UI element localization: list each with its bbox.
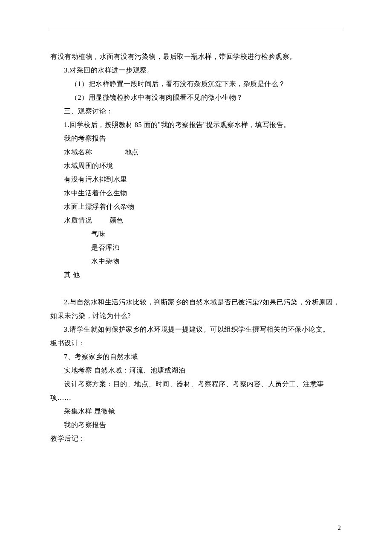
page-number: 2	[338, 524, 341, 532]
paragraph: 其 他	[50, 268, 342, 282]
paragraph: 有没有动植物，水面有没有污染物，最后取一瓶水样，带回学校进行检验观察。	[50, 50, 342, 64]
paragraph: 三、观察讨论：	[50, 104, 342, 118]
document-page: 有没有动植物，水面有没有污染物，最后取一瓶水样，带回学校进行检验观察。 3.对采…	[0, 0, 392, 445]
paragraph: 教学后记：	[50, 432, 342, 445]
document-content: 有没有动植物，水面有没有污染物，最后取一瓶水样，带回学校进行检验观察。 3.对采…	[50, 50, 342, 445]
paragraph: 水域周围的环境	[50, 159, 342, 173]
paragraph: 我的考察报告	[50, 418, 342, 432]
paragraph: 2.与自然水和生活污水比较，判断家乡的自然水域是否已被污染?如果已污染，分析原因…	[50, 295, 342, 323]
paragraph: 实地考察 自然水域：河流、池塘或湖泊	[50, 364, 342, 377]
paragraph: （1）把水样静置一段时间后，看有没有杂质沉淀下来，杂质是什么？	[50, 77, 342, 91]
paragraph: 设计考察方案：目的、地点、时间、器材、考察程序、考察内容、人员分工、注意事项……	[50, 377, 342, 405]
paragraph: 水中杂物	[50, 254, 342, 268]
paragraph: 3.对采回的水样进一步观察。	[50, 64, 342, 77]
paragraph: 水中生活着什么生物	[50, 186, 342, 200]
paragraph: 1.回学校后，按照教材 85 面的"我的考察报告"提示观察水样，填写报告。	[50, 118, 342, 132]
paragraph: 水域名称 地点	[50, 145, 342, 159]
paragraph: 水质情况 颜色	[50, 214, 342, 227]
paragraph: 采集水样 显微镜	[50, 405, 342, 418]
paragraph: 7、考察家乡的自然水域	[50, 350, 342, 364]
paragraph: 是否浑浊	[50, 241, 342, 254]
paragraph: （2）用显微镜检验水中有没有肉眼看不见的微小生物？	[50, 91, 342, 104]
horizontal-rule	[50, 30, 342, 30]
paragraph: 3.请学生就如何保护家乡的水环境提一提建议。可以组织学生撰写相关的环保小论文。	[50, 323, 342, 336]
paragraph: 板书设计：	[50, 336, 342, 350]
paragraph: 我的考察报告	[50, 132, 342, 145]
paragraph	[50, 282, 342, 295]
paragraph: 水面上漂浮着什么杂物	[50, 200, 342, 214]
paragraph: 有没有污水排到水里	[50, 173, 342, 186]
paragraph: 气味	[50, 227, 342, 241]
